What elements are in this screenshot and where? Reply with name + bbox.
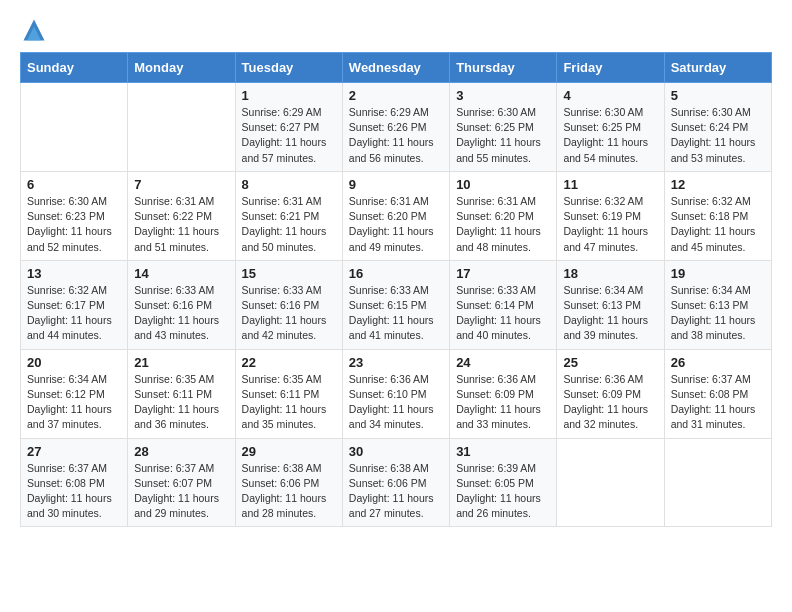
day-header-thursday: Thursday: [450, 53, 557, 83]
calendar-table: SundayMondayTuesdayWednesdayThursdayFrid…: [20, 52, 772, 527]
cell-day-number: 4: [563, 88, 657, 103]
day-header-row: SundayMondayTuesdayWednesdayThursdayFrid…: [21, 53, 772, 83]
cell-detail: Sunrise: 6:31 AMSunset: 6:20 PMDaylight:…: [456, 194, 550, 255]
calendar-cell: 6Sunrise: 6:30 AMSunset: 6:23 PMDaylight…: [21, 171, 128, 260]
cell-detail: Sunrise: 6:32 AMSunset: 6:18 PMDaylight:…: [671, 194, 765, 255]
cell-detail: Sunrise: 6:29 AMSunset: 6:27 PMDaylight:…: [242, 105, 336, 166]
cell-day-number: 13: [27, 266, 121, 281]
cell-detail: Sunrise: 6:31 AMSunset: 6:20 PMDaylight:…: [349, 194, 443, 255]
calendar-cell: 18Sunrise: 6:34 AMSunset: 6:13 PMDayligh…: [557, 260, 664, 349]
cell-day-number: 5: [671, 88, 765, 103]
week-row-4: 20Sunrise: 6:34 AMSunset: 6:12 PMDayligh…: [21, 349, 772, 438]
cell-day-number: 21: [134, 355, 228, 370]
calendar-cell: 1Sunrise: 6:29 AMSunset: 6:27 PMDaylight…: [235, 83, 342, 172]
calendar-cell: [128, 83, 235, 172]
calendar-cell: 28Sunrise: 6:37 AMSunset: 6:07 PMDayligh…: [128, 438, 235, 527]
cell-day-number: 22: [242, 355, 336, 370]
calendar-cell: 11Sunrise: 6:32 AMSunset: 6:19 PMDayligh…: [557, 171, 664, 260]
cell-detail: Sunrise: 6:30 AMSunset: 6:25 PMDaylight:…: [563, 105, 657, 166]
logo-area: [20, 16, 52, 44]
cell-day-number: 31: [456, 444, 550, 459]
calendar-cell: [664, 438, 771, 527]
cell-day-number: 29: [242, 444, 336, 459]
cell-detail: Sunrise: 6:34 AMSunset: 6:12 PMDaylight:…: [27, 372, 121, 433]
cell-day-number: 23: [349, 355, 443, 370]
day-header-friday: Friday: [557, 53, 664, 83]
calendar-cell: 10Sunrise: 6:31 AMSunset: 6:20 PMDayligh…: [450, 171, 557, 260]
cell-detail: Sunrise: 6:38 AMSunset: 6:06 PMDaylight:…: [349, 461, 443, 522]
cell-day-number: 18: [563, 266, 657, 281]
day-header-sunday: Sunday: [21, 53, 128, 83]
cell-day-number: 10: [456, 177, 550, 192]
cell-detail: Sunrise: 6:34 AMSunset: 6:13 PMDaylight:…: [563, 283, 657, 344]
calendar-cell: 22Sunrise: 6:35 AMSunset: 6:11 PMDayligh…: [235, 349, 342, 438]
cell-detail: Sunrise: 6:33 AMSunset: 6:16 PMDaylight:…: [242, 283, 336, 344]
calendar-cell: 20Sunrise: 6:34 AMSunset: 6:12 PMDayligh…: [21, 349, 128, 438]
page: SundayMondayTuesdayWednesdayThursdayFrid…: [0, 0, 792, 543]
cell-day-number: 15: [242, 266, 336, 281]
calendar-cell: 26Sunrise: 6:37 AMSunset: 6:08 PMDayligh…: [664, 349, 771, 438]
cell-day-number: 6: [27, 177, 121, 192]
cell-detail: Sunrise: 6:35 AMSunset: 6:11 PMDaylight:…: [242, 372, 336, 433]
cell-detail: Sunrise: 6:37 AMSunset: 6:08 PMDaylight:…: [27, 461, 121, 522]
cell-day-number: 25: [563, 355, 657, 370]
calendar-cell: 15Sunrise: 6:33 AMSunset: 6:16 PMDayligh…: [235, 260, 342, 349]
calendar-cell: 2Sunrise: 6:29 AMSunset: 6:26 PMDaylight…: [342, 83, 449, 172]
day-header-tuesday: Tuesday: [235, 53, 342, 83]
day-header-saturday: Saturday: [664, 53, 771, 83]
calendar-cell: 16Sunrise: 6:33 AMSunset: 6:15 PMDayligh…: [342, 260, 449, 349]
cell-day-number: 2: [349, 88, 443, 103]
week-row-3: 13Sunrise: 6:32 AMSunset: 6:17 PMDayligh…: [21, 260, 772, 349]
cell-detail: Sunrise: 6:31 AMSunset: 6:21 PMDaylight:…: [242, 194, 336, 255]
cell-day-number: 26: [671, 355, 765, 370]
cell-day-number: 16: [349, 266, 443, 281]
cell-detail: Sunrise: 6:37 AMSunset: 6:08 PMDaylight:…: [671, 372, 765, 433]
calendar-cell: 17Sunrise: 6:33 AMSunset: 6:14 PMDayligh…: [450, 260, 557, 349]
cell-day-number: 11: [563, 177, 657, 192]
cell-day-number: 20: [27, 355, 121, 370]
cell-detail: Sunrise: 6:30 AMSunset: 6:25 PMDaylight:…: [456, 105, 550, 166]
cell-detail: Sunrise: 6:37 AMSunset: 6:07 PMDaylight:…: [134, 461, 228, 522]
cell-detail: Sunrise: 6:32 AMSunset: 6:19 PMDaylight:…: [563, 194, 657, 255]
calendar-cell: 8Sunrise: 6:31 AMSunset: 6:21 PMDaylight…: [235, 171, 342, 260]
calendar-cell: 14Sunrise: 6:33 AMSunset: 6:16 PMDayligh…: [128, 260, 235, 349]
header: [20, 16, 772, 44]
cell-day-number: 12: [671, 177, 765, 192]
calendar-cell: 5Sunrise: 6:30 AMSunset: 6:24 PMDaylight…: [664, 83, 771, 172]
calendar-cell: 12Sunrise: 6:32 AMSunset: 6:18 PMDayligh…: [664, 171, 771, 260]
calendar-header: SundayMondayTuesdayWednesdayThursdayFrid…: [21, 53, 772, 83]
calendar-cell: 23Sunrise: 6:36 AMSunset: 6:10 PMDayligh…: [342, 349, 449, 438]
cell-detail: Sunrise: 6:30 AMSunset: 6:24 PMDaylight:…: [671, 105, 765, 166]
cell-day-number: 27: [27, 444, 121, 459]
cell-day-number: 3: [456, 88, 550, 103]
logo-icon: [20, 16, 48, 44]
cell-detail: Sunrise: 6:36 AMSunset: 6:09 PMDaylight:…: [563, 372, 657, 433]
calendar-cell: 25Sunrise: 6:36 AMSunset: 6:09 PMDayligh…: [557, 349, 664, 438]
day-header-monday: Monday: [128, 53, 235, 83]
cell-detail: Sunrise: 6:32 AMSunset: 6:17 PMDaylight:…: [27, 283, 121, 344]
calendar-cell: 21Sunrise: 6:35 AMSunset: 6:11 PMDayligh…: [128, 349, 235, 438]
cell-detail: Sunrise: 6:36 AMSunset: 6:09 PMDaylight:…: [456, 372, 550, 433]
cell-detail: Sunrise: 6:33 AMSunset: 6:16 PMDaylight:…: [134, 283, 228, 344]
cell-detail: Sunrise: 6:29 AMSunset: 6:26 PMDaylight:…: [349, 105, 443, 166]
cell-day-number: 8: [242, 177, 336, 192]
cell-day-number: 9: [349, 177, 443, 192]
cell-detail: Sunrise: 6:39 AMSunset: 6:05 PMDaylight:…: [456, 461, 550, 522]
cell-detail: Sunrise: 6:35 AMSunset: 6:11 PMDaylight:…: [134, 372, 228, 433]
week-row-1: 1Sunrise: 6:29 AMSunset: 6:27 PMDaylight…: [21, 83, 772, 172]
cell-detail: Sunrise: 6:34 AMSunset: 6:13 PMDaylight:…: [671, 283, 765, 344]
calendar-cell: 31Sunrise: 6:39 AMSunset: 6:05 PMDayligh…: [450, 438, 557, 527]
cell-day-number: 24: [456, 355, 550, 370]
cell-detail: Sunrise: 6:38 AMSunset: 6:06 PMDaylight:…: [242, 461, 336, 522]
cell-detail: Sunrise: 6:31 AMSunset: 6:22 PMDaylight:…: [134, 194, 228, 255]
week-row-5: 27Sunrise: 6:37 AMSunset: 6:08 PMDayligh…: [21, 438, 772, 527]
calendar-cell: 27Sunrise: 6:37 AMSunset: 6:08 PMDayligh…: [21, 438, 128, 527]
cell-day-number: 19: [671, 266, 765, 281]
calendar-cell: 7Sunrise: 6:31 AMSunset: 6:22 PMDaylight…: [128, 171, 235, 260]
cell-detail: Sunrise: 6:36 AMSunset: 6:10 PMDaylight:…: [349, 372, 443, 433]
calendar-cell: 9Sunrise: 6:31 AMSunset: 6:20 PMDaylight…: [342, 171, 449, 260]
calendar-cell: 3Sunrise: 6:30 AMSunset: 6:25 PMDaylight…: [450, 83, 557, 172]
calendar-cell: 29Sunrise: 6:38 AMSunset: 6:06 PMDayligh…: [235, 438, 342, 527]
cell-detail: Sunrise: 6:33 AMSunset: 6:14 PMDaylight:…: [456, 283, 550, 344]
cell-day-number: 14: [134, 266, 228, 281]
